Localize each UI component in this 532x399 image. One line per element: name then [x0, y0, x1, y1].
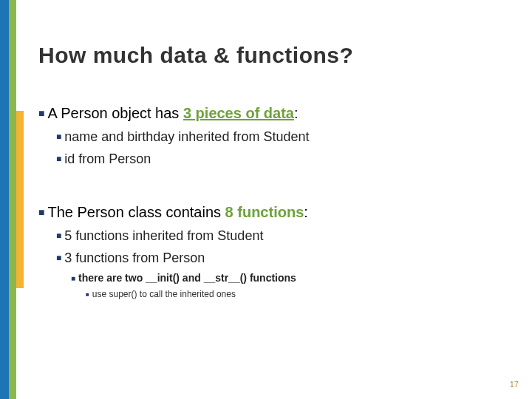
bullet-2-highlight: 8 functions: [225, 204, 304, 220]
slide-title: How much data & functions?: [38, 43, 510, 68]
bullet-1-sub-0-text: name and birthday inherited from Student: [64, 129, 309, 144]
bullet-2-sub-0: ■5 functions inherited from Student: [56, 227, 510, 245]
bullet-icon: ■: [56, 132, 61, 142]
bullet-2-sub-1: ■3 functions from Person: [56, 249, 510, 267]
bullet-icon: ■: [56, 154, 61, 164]
bullet-2-post: :: [304, 204, 308, 220]
bullet-2-sub-0-text: 5 functions inherited from Student: [64, 228, 263, 243]
bullet-1-sub-0: ■name and birthday inherited from Studen…: [56, 128, 510, 146]
bullet-icon: ■: [56, 231, 61, 241]
slide-content: How much data & functions? ■A Person obj…: [38, 43, 510, 300]
page-number: 17: [510, 380, 519, 389]
bullet-2-sub-1-text: 3 functions from Person: [64, 250, 205, 265]
bullet-icon: ■: [71, 274, 75, 282]
bullet-2-sub-sub-sub-text: use super() to call the inherited ones: [92, 289, 236, 299]
bullet-icon: ■: [38, 107, 44, 119]
bullet-1-sub-1: ■id from Person: [56, 150, 510, 168]
bullet-2-sub-sub-text: there are two __init() and __str__() fun…: [78, 272, 296, 284]
bullet-1-highlight: 3 pieces of data: [183, 105, 294, 121]
bullet-2-sub-sub-sub: ■use super() to call the inherited ones: [86, 288, 510, 300]
bullet-1-post: :: [294, 105, 299, 121]
bullet-1-pre: A Person object has: [47, 105, 183, 121]
bullet-icon: ■: [56, 253, 61, 263]
bullet-2: ■The Person class contains 8 functions:: [38, 202, 510, 222]
bullet-1-sub-1-text: id from Person: [64, 151, 151, 166]
bullet-icon: ■: [86, 291, 89, 298]
bullet-1: ■A Person object has 3 pieces of data:: [38, 103, 510, 123]
bullet-2-pre: The Person class contains: [47, 204, 225, 220]
bullet-2-sub-sub: ■there are two __init() and __str__() fu…: [71, 271, 510, 285]
stripe-blue: [0, 0, 9, 399]
bullet-icon: ■: [38, 206, 44, 218]
